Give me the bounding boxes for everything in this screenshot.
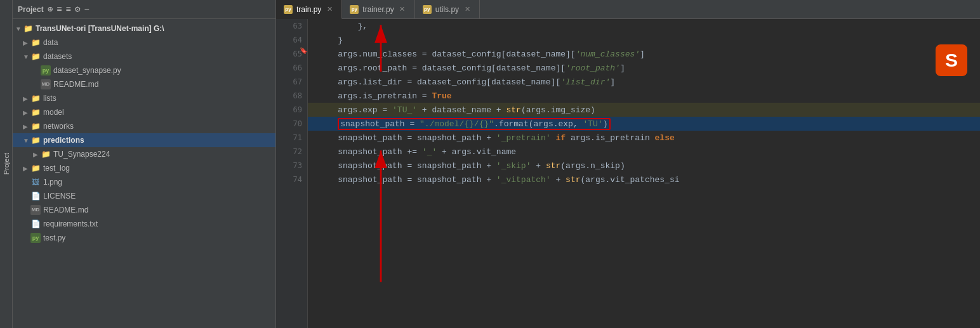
folder-icon: 📁	[30, 107, 41, 117]
tree-item-license[interactable]: 📄 LICENSE	[13, 189, 275, 203]
code-line-71: snapshot_path = snapshot_path + '_pretra…	[308, 131, 980, 145]
tree-item-networks[interactable]: ▶ 📁 networks	[13, 119, 275, 133]
md-file-icon: MD	[41, 79, 51, 89]
tree-item-test-py[interactable]: py test.py	[13, 231, 275, 245]
arrow-icon: ▶	[23, 123, 30, 130]
tree-item-requirements[interactable]: 📄 requirements.txt	[13, 217, 275, 231]
tab-file-icon: py	[423, 5, 432, 14]
folder-icon: 📁	[30, 37, 41, 48]
file-tree-header: Project ⊕ ≡ ≡ ⚙ −	[13, 0, 275, 19]
png-file-icon: 🖼	[30, 177, 41, 187]
tree-item-data[interactable]: ▶ 📁 data	[13, 36, 275, 49]
editor-area: py train.py ✕ py trainer.py ✕ py utils.p…	[276, 0, 980, 328]
tab-label: utils.py	[435, 5, 459, 14]
py-file-icon: py	[41, 65, 51, 75]
arrow-icon: ▼	[15, 25, 23, 32]
tab-trainer[interactable]: py trainer.py ✕	[342, 0, 414, 18]
tree-item-readme1[interactable]: MD README.md	[13, 77, 275, 91]
tree-label: networks	[43, 122, 74, 131]
folder-icon: 📁	[41, 149, 51, 159]
code-line-65: args.num_classes = dataset_config[datase…	[308, 47, 980, 61]
code-content[interactable]: }, } args.num_classes = dataset_config[d…	[308, 19, 980, 328]
minimize-icon[interactable]: −	[84, 4, 89, 15]
tree-item-dataset-synapse[interactable]: py dataset_synapse.py	[13, 63, 275, 77]
code-line-63: },	[308, 19, 980, 33]
line-numbers: 63 64 65 🔖 66 67 68 69 70 71 72 73 74	[276, 19, 308, 328]
tree-label: dataset_synapse.py	[53, 66, 121, 75]
tree-label: test_log	[43, 164, 70, 173]
line-num-68: 68	[276, 89, 307, 103]
txt-file-icon: 📄	[30, 191, 41, 201]
arrow-icon: ▶	[23, 109, 30, 116]
tree-label: predictions	[43, 136, 84, 145]
tree-label: TransUNet-ori [TransUNet-main] G:\	[36, 24, 164, 33]
tree-label: README.md	[53, 80, 98, 89]
tree-item-1png[interactable]: 🖼 1.png	[13, 175, 275, 189]
tree-item-datasets[interactable]: ▼ 📁 datasets	[13, 49, 275, 63]
folder-icon: 📁	[30, 93, 41, 103]
tree-label: README.md	[43, 206, 88, 214]
code-line-66: args.root_path = dataset_config[dataset_…	[308, 61, 980, 75]
folder-icon: 📁	[30, 163, 41, 173]
expand-icon[interactable]: ≡	[66, 4, 71, 15]
tree-item-readme2[interactable]: MD README.md	[13, 203, 275, 217]
tab-file-icon: py	[284, 5, 293, 14]
tree-label: data	[43, 38, 58, 47]
tree-label: model	[43, 108, 64, 117]
add-icon[interactable]: ⊕	[48, 4, 53, 15]
line-num-69: 69	[276, 103, 307, 117]
folder-icon: 📁	[30, 121, 41, 131]
tab-close-icon[interactable]: ✕	[463, 5, 472, 13]
file-tree-panel: Project ⊕ ≡ ≡ ⚙ − ▼ 📁 TransUNet-ori [Tra…	[13, 0, 276, 328]
folder-icon: 📁	[30, 51, 41, 62]
line-num-64: 64	[276, 33, 307, 47]
tab-bar: py train.py ✕ py trainer.py ✕ py utils.p…	[276, 0, 980, 19]
tree-item-predictions[interactable]: ▼ 📁 predictions	[13, 133, 275, 147]
line-num-63: 63	[276, 19, 307, 33]
line-num-67: 67	[276, 75, 307, 89]
arrow-icon: ▶	[23, 165, 30, 172]
tree-label: lists	[43, 94, 56, 103]
project-title: Project	[18, 5, 44, 14]
code-line-67: args.list_dir = dataset_config[dataset_n…	[308, 75, 980, 89]
code-line-69: args.exp = 'TU_' + dataset_name + str(ar…	[308, 103, 980, 117]
arrow-icon: ▶	[33, 151, 41, 158]
line-num-71: 71	[276, 131, 307, 145]
line-num-65: 65 🔖	[276, 47, 307, 61]
code-editor: 63 64 65 🔖 66 67 68 69 70 71 72 73 74 },	[276, 19, 980, 328]
settings-icon[interactable]: ⚙	[75, 4, 80, 15]
code-line-74: snapshot_path = snapshot_path + '_vitpat…	[308, 173, 980, 187]
snagit-logo: S	[936, 44, 967, 76]
code-line-72: snapshot_path += '_' + args.vit_name	[308, 145, 980, 159]
tab-close-icon[interactable]: ✕	[398, 5, 407, 13]
tree-label: TU_Synapse224	[53, 150, 110, 159]
code-line-68: args.is_pretrain = True	[308, 89, 980, 103]
arrow-icon: ▶	[23, 39, 30, 46]
sidebar-vertical-tab[interactable]: Project	[0, 0, 13, 328]
arrow-icon: ▼	[23, 137, 30, 144]
code-line-73: snapshot_path = snapshot_path + '_skip' …	[308, 159, 980, 173]
tree-label: 1.png	[43, 178, 62, 187]
tab-label: train.py	[296, 5, 321, 14]
line-num-66: 66	[276, 61, 307, 75]
tab-train[interactable]: py train.py ✕	[276, 0, 342, 19]
arrow-icon: ▼	[23, 53, 30, 60]
bookmark-icon: 🔖	[300, 47, 307, 54]
tree-label: LICENSE	[43, 192, 76, 200]
line-num-72: 72	[276, 145, 307, 159]
tree-label: datasets	[43, 52, 72, 61]
tree-item-transunet[interactable]: ▼ 📁 TransUNet-ori [TransUNet-main] G:\	[13, 22, 275, 36]
code-line-64: }	[308, 33, 980, 47]
tab-close-icon[interactable]: ✕	[325, 5, 334, 13]
tab-utils[interactable]: py utils.py ✕	[415, 0, 480, 18]
py-file-icon: py	[30, 233, 41, 243]
tree-item-tu-synapse[interactable]: ▶ 📁 TU_Synapse224	[13, 147, 275, 161]
tree-item-lists[interactable]: ▶ 📁 lists	[13, 91, 275, 105]
tree-item-model[interactable]: ▶ 📁 model	[13, 105, 275, 119]
collapse-icon[interactable]: ≡	[56, 4, 62, 15]
tree-item-test-log[interactable]: ▶ 📁 test_log	[13, 161, 275, 175]
line-num-70: 70	[276, 117, 307, 131]
code-line-70: snapshot_path = "./model/{}/{}".format(a…	[308, 117, 980, 131]
line-num-74: 74	[276, 173, 307, 187]
sidebar-tab-label: Project	[3, 153, 10, 174]
